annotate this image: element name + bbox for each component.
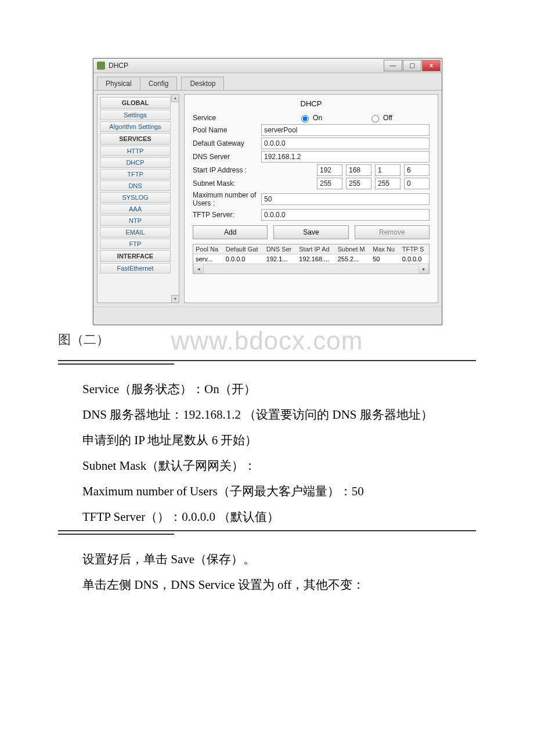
scroll-track[interactable] bbox=[204, 264, 418, 273]
doc-p2: DNS 服务器地址：192.168.1.2 （设置要访问的 DNS 服务器地址） bbox=[58, 402, 476, 427]
startip-oct2[interactable]: 168 bbox=[346, 164, 371, 176]
divider-1 bbox=[58, 360, 476, 361]
sidebar-item-dhcp[interactable]: DHCP bbox=[100, 157, 171, 168]
tab-config[interactable]: Config bbox=[140, 77, 178, 90]
startip-oct1[interactable]: 192 bbox=[317, 164, 342, 176]
sidebar-header-services: SERVICES bbox=[100, 133, 171, 145]
panel-title: DHCP bbox=[193, 99, 430, 111]
th-poolname: Pool Na bbox=[193, 244, 223, 254]
subnet-oct4[interactable]: 0 bbox=[404, 178, 430, 189]
doc-p3: 申请到的 IP 地址尾数从 6 开始） bbox=[58, 427, 476, 453]
sidebar-item-ntp[interactable]: NTP bbox=[100, 215, 171, 226]
label-dns: DNS Server bbox=[193, 153, 261, 161]
doc-p8: 单击左侧 DNS，DNS Service 设置为 off，其他不变： bbox=[58, 572, 476, 597]
input-poolname[interactable]: serverPool bbox=[261, 124, 430, 136]
sidebar-item-settings[interactable]: Settings bbox=[100, 110, 171, 120]
td-tftp: 0.0.0.0 bbox=[400, 254, 429, 264]
th-tftp: TFTP S bbox=[400, 244, 429, 254]
sidebar-item-ftp[interactable]: FTP bbox=[100, 239, 171, 249]
doc-p5: Maximum number of Users（子网最大客户端量）：50 bbox=[58, 478, 476, 504]
remove-button[interactable]: Remove bbox=[355, 225, 430, 239]
subnet-oct2[interactable]: 255 bbox=[346, 178, 371, 189]
input-tftp[interactable]: 0.0.0.0 bbox=[261, 209, 430, 221]
save-button[interactable]: Save bbox=[273, 225, 348, 239]
input-dns[interactable]: 192.168.1.2 bbox=[261, 151, 430, 163]
close-button[interactable]: x bbox=[422, 60, 441, 71]
sidebar-item-algorithm[interactable]: Algorithm Settings bbox=[100, 121, 171, 132]
titlebar: DHCP — ▢ x bbox=[93, 59, 442, 73]
doc-p6: TFTP Server（）：0.0.0.0 （默认值） bbox=[58, 504, 476, 530]
sidebar: ▴ GLOBAL Settings Algorithm Settings SER… bbox=[97, 94, 179, 303]
sidebar-header-global: GLOBAL bbox=[100, 97, 171, 109]
maximize-button[interactable]: ▢ bbox=[403, 60, 421, 71]
dhcp-window: DHCP — ▢ x Physical Config Desktop ▴ GLO… bbox=[93, 58, 442, 325]
td-startip: 192.168.... bbox=[297, 254, 335, 264]
tab-desktop[interactable]: Desktop bbox=[181, 77, 224, 90]
label-tftp: TFTP Server: bbox=[193, 211, 261, 219]
sidebar-item-dns[interactable]: DNS bbox=[100, 181, 171, 191]
sidebar-item-syslog[interactable]: SYSLOG bbox=[100, 192, 171, 203]
content-area: ▴ GLOBAL Settings Algorithm Settings SER… bbox=[93, 91, 442, 307]
pool-table: Pool Na Default Gat DNS Ser Start IP Ad … bbox=[193, 244, 430, 274]
label-startip: Start IP Address : bbox=[193, 166, 291, 174]
divider-2 bbox=[58, 530, 476, 531]
label-service: Service bbox=[193, 114, 261, 122]
divider-2-tail bbox=[58, 534, 174, 535]
td-poolname: serv... bbox=[193, 254, 223, 264]
startip-oct4[interactable]: 6 bbox=[404, 164, 430, 176]
input-maxusers[interactable]: 50 bbox=[261, 193, 430, 205]
subnet-oct3[interactable]: 255 bbox=[375, 178, 400, 189]
radio-on-input[interactable] bbox=[301, 115, 309, 123]
label-subnet: Subnet Mask: bbox=[193, 179, 291, 188]
table-header-row: Pool Na Default Gat DNS Ser Start IP Ad … bbox=[193, 244, 429, 254]
scroll-up-icon[interactable]: ▴ bbox=[171, 95, 179, 102]
radio-on-label: On bbox=[313, 114, 322, 122]
sidebar-item-tftp[interactable]: TFTP bbox=[100, 169, 171, 179]
th-startip: Start IP Ad bbox=[297, 244, 335, 254]
caption-row: 图（二） www.bdocx.com bbox=[58, 331, 476, 360]
label-maxusers: Maximum number of Users : bbox=[193, 191, 261, 207]
row-service: Service On Off bbox=[193, 113, 430, 123]
doc-p1: Service（服务状态）：On（开） bbox=[58, 376, 476, 402]
scroll-down-icon[interactable]: ▾ bbox=[171, 295, 179, 303]
scroll-right-icon[interactable]: ▸ bbox=[418, 264, 429, 273]
doc-p7: 设置好后，单击 Save（保存）。 bbox=[58, 546, 476, 572]
sidebar-item-fastethernet[interactable]: FastEthernet bbox=[100, 263, 171, 273]
th-subnet: Subnet M bbox=[335, 244, 371, 254]
scroll-left-icon[interactable]: ◂ bbox=[193, 264, 204, 273]
td-subnet: 255.2... bbox=[335, 254, 371, 264]
label-poolname: Pool Name bbox=[193, 126, 261, 134]
doc-p4: Subnet Mask（默认子网网关）： bbox=[58, 453, 476, 478]
td-dns: 192.1... bbox=[264, 254, 297, 264]
app-icon bbox=[97, 62, 105, 70]
sidebar-header-interface: INTERFACE bbox=[100, 250, 171, 262]
divider-1-tail bbox=[58, 363, 174, 365]
radio-on[interactable]: On bbox=[298, 113, 322, 123]
window-title: DHCP bbox=[109, 62, 128, 70]
tab-physical[interactable]: Physical bbox=[97, 77, 140, 90]
radio-off-label: Off bbox=[383, 114, 392, 122]
table-row[interactable]: serv... 0.0.0.0 192.1... 192.168.... 255… bbox=[193, 254, 429, 264]
window-footer bbox=[93, 307, 442, 325]
sidebar-item-email[interactable]: EMAIL bbox=[100, 227, 171, 237]
td-gateway: 0.0.0.0 bbox=[223, 254, 264, 264]
sidebar-item-http[interactable]: HTTP bbox=[100, 146, 171, 156]
th-max: Max Nu bbox=[370, 244, 399, 254]
td-max: 50 bbox=[370, 254, 399, 264]
config-panel: DHCP Service On Off Pool Name serverPool… bbox=[184, 94, 438, 303]
input-gateway[interactable]: 0.0.0.0 bbox=[261, 138, 430, 149]
startip-oct3[interactable]: 1 bbox=[375, 164, 400, 176]
window-controls: — ▢ x bbox=[384, 60, 441, 71]
sidebar-item-aaa[interactable]: AAA bbox=[100, 204, 171, 214]
th-dns: DNS Ser bbox=[264, 244, 297, 254]
minimize-button[interactable]: — bbox=[384, 60, 402, 71]
radio-off[interactable]: Off bbox=[369, 113, 392, 123]
th-gateway: Default Gat bbox=[223, 244, 264, 254]
label-gateway: Default Gateway bbox=[193, 139, 261, 147]
watermark: www.bdocx.com bbox=[58, 326, 476, 355]
subnet-oct1[interactable]: 255 bbox=[317, 178, 342, 189]
tab-strip: Physical Config Desktop bbox=[93, 73, 442, 91]
hscrollbar[interactable]: ◂ ▸ bbox=[193, 264, 429, 273]
radio-off-input[interactable] bbox=[371, 115, 379, 123]
add-button[interactable]: Add bbox=[193, 225, 268, 239]
